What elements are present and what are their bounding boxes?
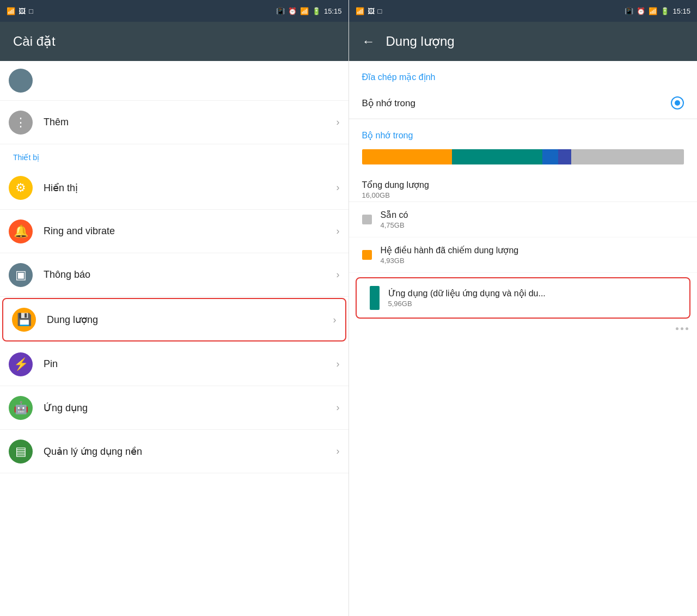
back-button[interactable]: ← — [362, 34, 375, 49]
wifi-icon-right: 📶 — [649, 7, 657, 15]
signal-icon-right: 📶 — [356, 7, 364, 15]
he-dieu-hanh-icon — [362, 250, 372, 260]
them-icon: ⋮ — [9, 111, 33, 135]
tong-dung-luong-title: Tổng dung lượng — [362, 180, 684, 190]
san-co-info: Sẵn có 4,75GB — [381, 210, 684, 229]
time-left: 15:15 — [324, 7, 342, 15]
ring-vibrate-chevron: › — [337, 225, 340, 237]
radio-button[interactable] — [671, 96, 684, 109]
ung-dung-label: Ứng dụng — [44, 402, 332, 414]
bo-nho-radio-label: Bộ nhớ trong — [362, 97, 671, 109]
them-chevron: › — [337, 117, 340, 128]
dung-luong-label: Dung lượng — [47, 314, 329, 326]
hien-thi-icon: ⚙ — [9, 176, 33, 200]
he-dieu-hanh-value: 4,93GB — [381, 257, 684, 265]
bar-segment-teal — [452, 149, 542, 164]
partial-settings-item[interactable] — [0, 61, 348, 101]
ung-dung-storage-title: Ứng dụng (dữ liệu ứng dụng và nội du... — [388, 288, 677, 298]
bar-segment-orange — [362, 149, 453, 164]
settings-item-them[interactable]: ⋮ Thêm › — [0, 101, 348, 144]
settings-item-ring-vibrate[interactable]: 🔔 Ring and vibrate › — [0, 210, 348, 253]
section-device-label: Thiết bị — [0, 144, 348, 166]
hien-thi-label: Hiển thị — [44, 182, 332, 194]
image-icon-right: 🖼 — [368, 7, 375, 15]
vibrate-icon: 📳 — [276, 7, 285, 15]
status-bar-icons-right-left: 📶 🖼 □ — [356, 7, 382, 15]
storage-header: ← Dung lượng — [349, 22, 698, 61]
dung-luong-icon: 💾 — [12, 308, 36, 332]
ung-dung-storage-icon — [370, 286, 380, 310]
status-bar-right: 📶 🖼 □ 📳 ⏰ 📶 🔋 15:15 — [349, 0, 698, 22]
bar-segment-indigo — [558, 149, 571, 164]
hien-thi-chevron: › — [337, 182, 340, 193]
settings-item-dung-luong[interactable]: 💾 Dung lượng › — [2, 298, 346, 341]
partial-icon — [9, 69, 33, 93]
wifi-icon: 📶 — [300, 7, 309, 15]
ung-dung-chevron: › — [337, 402, 340, 413]
settings-title: Cài đặt — [13, 34, 56, 49]
status-bar-icons-right: 📳 ⏰ 📶 🔋 15:15 — [276, 7, 342, 15]
alarm-icon-right: ⏰ — [637, 7, 645, 15]
square-icon-right: □ — [378, 7, 382, 15]
status-bar-icons-left: 📶 🖼 □ — [7, 7, 33, 15]
quan-ly-label: Quản lý ứng dụng nền — [44, 446, 332, 458]
alarm-icon: ⏰ — [288, 7, 297, 15]
pin-label: Pin — [44, 358, 332, 370]
dia-chep-link[interactable]: Đĩa chép mặc định — [349, 61, 698, 88]
settings-item-thong-bao[interactable]: ▣ Thông báo › — [0, 253, 348, 297]
storage-bar — [362, 149, 684, 164]
signal-icon: 📶 — [7, 7, 15, 15]
settings-header: Cài đặt — [0, 22, 348, 61]
settings-item-hien-thi[interactable]: ⚙ Hiển thị › — [0, 166, 348, 210]
thong-bao-icon: ▣ — [9, 263, 33, 287]
vibrate-icon-right: 📳 — [625, 7, 633, 15]
pin-icon: ⚡ — [9, 352, 33, 376]
ung-dung-storage-value: 5,96GB — [388, 300, 677, 308]
radio-inner — [675, 100, 680, 106]
bo-nho-sub-label: Bộ nhớ trong — [349, 119, 698, 143]
he-dieu-hanh-title: Hệ điều hành đã chiếm dung lượng — [381, 245, 684, 255]
he-dieu-hanh-row[interactable]: Hệ điều hành đã chiếm dung lượng 4,93GB — [349, 237, 698, 273]
dung-luong-chevron: › — [333, 314, 337, 326]
thong-bao-label: Thông báo — [44, 269, 332, 280]
dot-3 — [686, 327, 688, 330]
ung-dung-storage-info: Ứng dụng (dữ liệu ứng dụng và nội du... … — [388, 288, 677, 308]
dot-2 — [681, 327, 683, 330]
san-co-value: 4,75GB — [381, 221, 684, 229]
square-icon: □ — [29, 7, 33, 15]
settings-item-ung-dung[interactable]: 🤖 Ứng dụng › — [0, 386, 348, 430]
thong-bao-chevron: › — [337, 269, 340, 280]
bo-nho-radio-row[interactable]: Bộ nhớ trong — [349, 88, 698, 119]
tong-dung-luong-row: Tổng dung lượng 16,00GB — [349, 171, 698, 202]
tong-dung-luong-value: 16,00GB — [362, 191, 684, 199]
san-co-title: Sẵn có — [381, 210, 684, 220]
ung-dung-row[interactable]: Ứng dụng (dữ liệu ứng dụng và nội du... … — [356, 277, 691, 319]
scroll-dots — [349, 323, 698, 334]
status-bar-icons-right-right: 📳 ⏰ 📶 🔋 15:15 — [625, 7, 690, 15]
storage-content: Đĩa chép mặc định Bộ nhớ trong Bộ nhớ tr… — [349, 61, 698, 616]
san-co-icon — [362, 215, 372, 224]
bar-segment-blue — [542, 149, 559, 164]
storage-panel: 📶 🖼 □ 📳 ⏰ 📶 🔋 15:15 ← Dung lượng Đĩa ché… — [349, 0, 698, 616]
storage-title: Dung lượng — [386, 34, 455, 49]
them-label: Thêm — [44, 117, 332, 128]
he-dieu-hanh-info: Hệ điều hành đã chiếm dung lượng 4,93GB — [381, 245, 684, 265]
time-right: 15:15 — [672, 7, 690, 15]
settings-panel: 📶 🖼 □ 📳 ⏰ 📶 🔋 15:15 Cài đặt ⋮ Thêm › Thi… — [0, 0, 349, 616]
bar-segment-grey — [571, 149, 684, 164]
battery-icon-right: 🔋 — [661, 7, 669, 15]
quan-ly-chevron: › — [337, 446, 340, 457]
ung-dung-icon: 🤖 — [9, 396, 33, 420]
pin-chevron: › — [337, 358, 340, 370]
dot-1 — [676, 327, 678, 330]
battery-icon: 🔋 — [312, 7, 321, 15]
ring-vibrate-icon: 🔔 — [9, 219, 33, 243]
status-bar-left: 📶 🖼 □ 📳 ⏰ 📶 🔋 15:15 — [0, 0, 348, 22]
quan-ly-icon: ▤ — [9, 440, 33, 463]
san-co-row[interactable]: Sẵn có 4,75GB — [349, 202, 698, 237]
image-icon: 🖼 — [19, 7, 26, 15]
settings-item-pin[interactable]: ⚡ Pin › — [0, 343, 348, 386]
settings-item-quan-ly[interactable]: ▤ Quản lý ứng dụng nền › — [0, 430, 348, 473]
ring-vibrate-label: Ring and vibrate — [44, 225, 332, 237]
